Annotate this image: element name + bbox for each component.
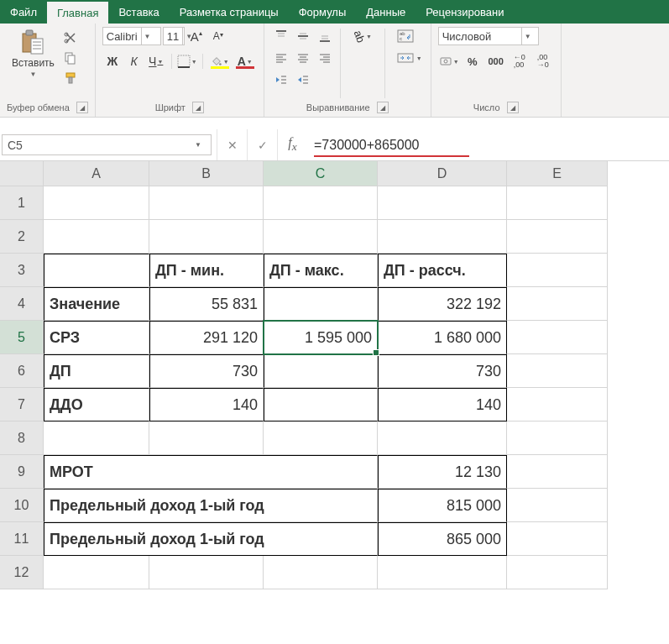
font-color-button[interactable]: А ▼	[233, 52, 257, 71]
cell-c6[interactable]	[264, 354, 378, 388]
tab-home[interactable]: Главная	[47, 0, 108, 24]
cell-a1[interactable]	[44, 186, 149, 220]
align-center-button[interactable]	[293, 49, 313, 67]
cell-d11[interactable]: 865 000	[378, 522, 507, 556]
copy-button[interactable]	[61, 49, 80, 67]
cell-b2[interactable]	[149, 220, 264, 254]
cell-b8[interactable]	[149, 421, 264, 455]
cell-c7[interactable]	[264, 388, 378, 421]
format-painter-button[interactable]	[61, 69, 80, 87]
row-header-6[interactable]: 6	[0, 354, 44, 388]
row-header-8[interactable]: 8	[0, 421, 44, 455]
col-header-a[interactable]: A	[44, 161, 149, 186]
cell-d12[interactable]	[378, 556, 507, 589]
col-header-c[interactable]: C	[264, 161, 378, 186]
wrap-text-button[interactable]: abc	[395, 27, 424, 45]
row-header-9[interactable]: 9	[0, 455, 44, 489]
cell-d6[interactable]: 730	[378, 354, 507, 388]
tab-review[interactable]: Рецензировани	[416, 0, 514, 24]
select-all-corner[interactable]	[0, 161, 44, 186]
cell-d3[interactable]: ДП - рассч.	[378, 254, 507, 287]
row-header-3[interactable]: 3	[0, 254, 44, 287]
dialog-launcher-icon[interactable]: ◢	[192, 102, 204, 113]
col-header-e[interactable]: E	[507, 161, 608, 186]
cell-c12[interactable]	[264, 556, 378, 589]
number-format-select[interactable]: Числовой ▼	[438, 27, 539, 45]
cell-c4[interactable]	[264, 287, 378, 321]
cell-c2[interactable]	[264, 220, 378, 254]
row-header-2[interactable]: 2	[0, 220, 44, 254]
increase-indent-button[interactable]	[293, 71, 313, 89]
cell-c3[interactable]: ДП - макс.	[264, 254, 378, 287]
align-top-button[interactable]	[271, 27, 291, 45]
tab-insert[interactable]: Вставка	[108, 0, 169, 24]
cell-a6[interactable]: ДП	[44, 354, 149, 388]
row-header-12[interactable]: 12	[0, 556, 44, 589]
row-header-10[interactable]: 10	[0, 489, 44, 522]
cell-b4[interactable]: 55 831	[149, 287, 264, 321]
name-box[interactable]: C5 ▼	[2, 134, 212, 155]
font-name-select[interactable]: Calibri ▼	[102, 27, 161, 45]
cell-a11[interactable]: Предельный доход 1-ый год	[44, 522, 378, 556]
cell-d5[interactable]: 1 680 000	[378, 321, 507, 354]
cell-e12[interactable]	[507, 556, 608, 589]
merge-center-button[interactable]: ▼	[395, 49, 424, 67]
cell-a2[interactable]	[44, 220, 149, 254]
decrease-indent-button[interactable]	[271, 71, 291, 89]
dialog-launcher-icon[interactable]: ◢	[377, 102, 389, 113]
cut-button[interactable]	[61, 29, 80, 47]
cell-a9[interactable]: МРОТ	[44, 455, 378, 489]
italic-button[interactable]: К	[124, 52, 144, 71]
cell-b3[interactable]: ДП - мин.	[149, 254, 264, 287]
dialog-launcher-icon[interactable]: ◢	[507, 102, 519, 113]
row-header-5[interactable]: 5	[0, 321, 44, 354]
shrink-font-button[interactable]: A▾	[208, 27, 228, 45]
bold-button[interactable]: Ж	[102, 52, 123, 71]
row-header-7[interactable]: 7	[0, 388, 44, 421]
cell-a3[interactable]	[44, 254, 149, 287]
cell-e4[interactable]	[507, 287, 608, 321]
cell-d4[interactable]: 322 192	[378, 287, 507, 321]
cell-e5[interactable]	[507, 321, 608, 354]
cell-a7[interactable]: ДДО	[44, 388, 149, 421]
cell-e11[interactable]	[507, 522, 608, 556]
cell-a5[interactable]: СРЗ	[44, 321, 149, 354]
grow-font-button[interactable]: A▴	[186, 27, 206, 45]
cell-a10[interactable]: Предельный доход 1-ый год	[44, 489, 378, 522]
cancel-formula-button[interactable]: ✕	[217, 129, 247, 160]
col-header-d[interactable]: D	[378, 161, 507, 186]
cell-e10[interactable]	[507, 489, 608, 522]
tab-data[interactable]: Данные	[356, 0, 416, 24]
accounting-format-button[interactable]: ▼	[438, 52, 460, 71]
tab-file[interactable]: Файл	[0, 0, 47, 24]
comma-format-button[interactable]: 000	[485, 52, 507, 71]
cell-d7[interactable]: 140	[378, 388, 507, 421]
insert-function-button[interactable]: fx	[277, 129, 307, 160]
increase-decimal-button[interactable]: ←0,00	[509, 52, 530, 71]
align-middle-button[interactable]	[293, 27, 313, 45]
cell-a8[interactable]	[44, 421, 149, 455]
cell-d9[interactable]: 12 130	[378, 455, 507, 489]
cell-d2[interactable]	[378, 220, 507, 254]
cell-b12[interactable]	[149, 556, 264, 589]
align-right-button[interactable]	[315, 49, 335, 67]
enter-formula-button[interactable]: ✓	[247, 129, 277, 160]
decrease-decimal-button[interactable]: ,00→0	[532, 52, 554, 71]
cell-e6[interactable]	[507, 354, 608, 388]
row-header-4[interactable]: 4	[0, 287, 44, 321]
cell-d10[interactable]: 815 000	[378, 489, 507, 522]
cell-e8[interactable]	[507, 421, 608, 455]
cell-c8[interactable]	[264, 421, 378, 455]
cell-d8[interactable]	[378, 421, 507, 455]
cell-e2[interactable]	[507, 220, 608, 254]
cell-e1[interactable]	[507, 186, 608, 220]
orientation-button[interactable]: ab▼	[346, 27, 379, 45]
fill-color-button[interactable]: ▼	[208, 52, 232, 71]
row-header-11[interactable]: 11	[0, 522, 44, 556]
tab-pagelayout[interactable]: Разметка страницы	[170, 0, 289, 24]
cell-e7[interactable]	[507, 388, 608, 421]
percent-format-button[interactable]: %	[462, 52, 483, 71]
font-size-select[interactable]: 11 ▼	[163, 27, 185, 45]
cell-a12[interactable]	[44, 556, 149, 589]
tab-formulas[interactable]: Формулы	[289, 0, 357, 24]
